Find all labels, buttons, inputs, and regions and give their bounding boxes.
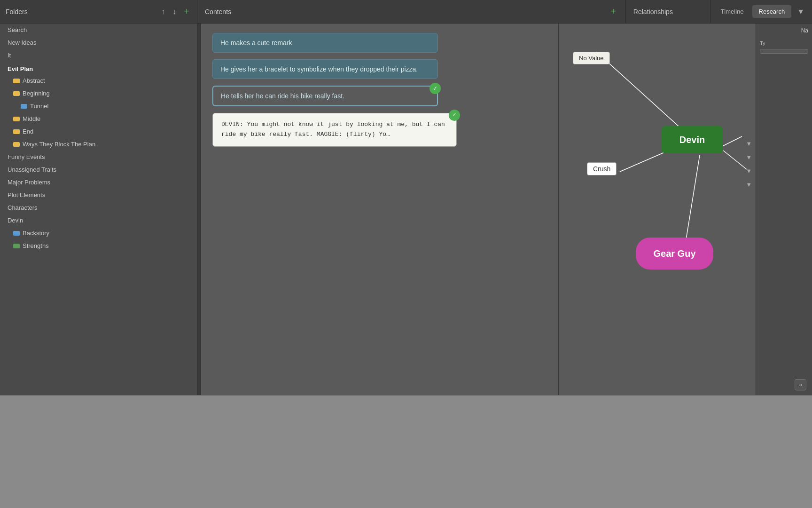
card-text-2: He gives her a bracelet to symbolize whe… [220, 65, 418, 73]
relationship-lines [559, 24, 756, 395]
filter-icon[interactable]: ▼ [793, 6, 808, 18]
type-checkbox[interactable] [760, 49, 808, 54]
sidebar-item-strengths[interactable]: Strengths [0, 239, 197, 252]
sort-up-button[interactable]: ↑ [159, 6, 167, 18]
tab-timeline[interactable]: Timeline [714, 5, 750, 18]
sidebar-item-backstory[interactable]: Backstory [0, 227, 197, 239]
contents-title: Contents [205, 8, 605, 16]
crush-label-box[interactable]: Crush [587, 162, 617, 175]
sidebar-item-new-ideas[interactable]: New Ideas [0, 36, 197, 49]
type-label: Ty [756, 38, 812, 47]
relationship-arrows: ▼ ▼ ▼ ▼ [742, 136, 756, 192]
no-value-box[interactable]: No Value [573, 52, 610, 64]
na-label: Na [756, 24, 812, 38]
folder-icon-tunnel [21, 104, 27, 109]
contents-panel: He makes a cute remark He gives her a br… [201, 24, 558, 395]
content-card-3[interactable]: He tells her he can ride his bike really… [212, 86, 438, 106]
sidebar-item-tunnel[interactable]: Tunnel [0, 100, 197, 112]
sidebar-item-beginning[interactable]: Beginning [0, 87, 197, 100]
sidebar-item-characters[interactable]: Characters [0, 201, 197, 214]
content-card-2[interactable]: He gives her a bracelet to symbolize whe… [212, 59, 438, 79]
sidebar-item-unassigned-traits[interactable]: Unassigned Traits [0, 163, 197, 176]
folders-title: Folders [6, 8, 156, 16]
sidebar-scrollbar[interactable] [197, 24, 201, 395]
svg-line-2 [686, 155, 700, 242]
add-content-button[interactable]: + [609, 6, 618, 17]
node-gear-guy-label: Gear Guy [653, 248, 695, 259]
folder-icon-beginning [13, 91, 20, 96]
check-mark-3: ✓ [429, 83, 441, 94]
arrow-btn-1[interactable]: ▼ [746, 140, 752, 147]
content-card-1[interactable]: He makes a cute remark [212, 33, 438, 53]
card-text-4: DEVIN: You might not know it just by loo… [221, 121, 445, 138]
sidebar-item-devin[interactable]: Devin [0, 214, 197, 227]
card-text-1: He makes a cute remark [220, 39, 292, 47]
sort-down-button[interactable]: ↓ [171, 6, 178, 18]
folder-icon-middle [13, 117, 20, 121]
sidebar-item-abstract[interactable]: Abstract [0, 74, 197, 87]
relationships-title: Relationships [633, 8, 673, 16]
arrow-btn-3[interactable]: ▼ [746, 167, 752, 175]
tab-research[interactable]: Research [752, 5, 792, 18]
folder-icon-end [13, 129, 20, 134]
right-panel: Na Ty [756, 24, 812, 395]
relationships-panel: No Value Devin Crush Gear Guy ▼ ▼ ▼ ▼ [558, 24, 756, 395]
node-devin-label: Devin [679, 135, 705, 145]
sidebar-item-major-problems[interactable]: Major Problems [0, 176, 197, 189]
sidebar-item-plot-elements[interactable]: Plot Elements [0, 189, 197, 201]
add-folder-button[interactable]: + [182, 6, 191, 17]
sidebar-item-funny-events[interactable]: Funny Events [0, 151, 197, 163]
sidebar-item-it[interactable]: It [0, 49, 197, 62]
expand-button[interactable]: » [795, 379, 806, 390]
node-devin[interactable]: Devin [662, 126, 723, 153]
bottom-area [0, 395, 812, 508]
content-card-4[interactable]: DEVIN: You might not know it just by loo… [212, 113, 457, 147]
arrow-btn-2[interactable]: ▼ [746, 154, 752, 161]
folder-icon-strengths [13, 244, 20, 248]
folder-icon-backstory [13, 231, 20, 236]
svg-line-3 [723, 136, 742, 146]
sidebar-item-end[interactable]: End [0, 125, 197, 138]
check-mark-4: ✓ [449, 110, 460, 121]
folder-icon-abstract [13, 79, 20, 83]
sidebar-item-middle[interactable]: Middle [0, 112, 197, 125]
sidebar-item-search[interactable]: Search [0, 24, 197, 36]
folder-icon-ways-block [13, 142, 20, 147]
sidebar-item-ways-block[interactable]: Ways They Block The Plan [0, 138, 197, 151]
sidebar-section-evil-plan: Evil Plan [0, 62, 197, 74]
arrow-btn-4[interactable]: ▼ [746, 181, 752, 188]
card-text-3: He tells her he can ride his bike really… [221, 92, 344, 100]
node-gear-guy[interactable]: Gear Guy [636, 238, 713, 270]
